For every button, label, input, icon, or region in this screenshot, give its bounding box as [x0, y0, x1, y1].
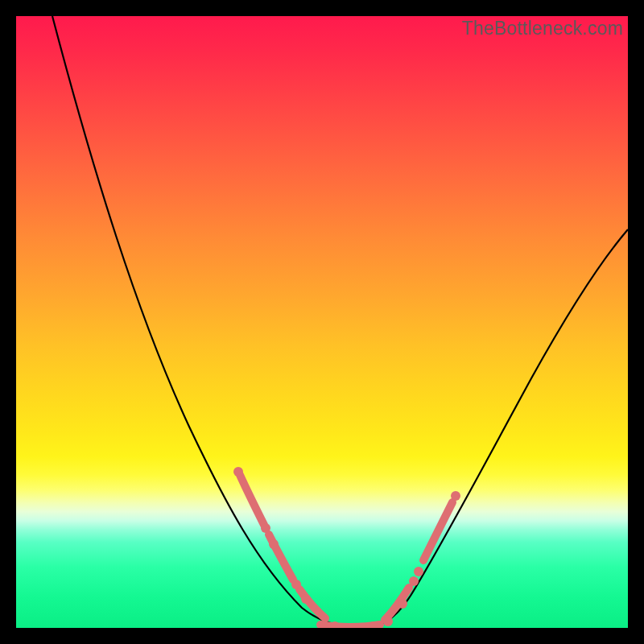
bead-dot	[409, 576, 419, 586]
bead-dot	[398, 599, 407, 609]
chart-svg	[16, 16, 628, 628]
bead-dot	[233, 467, 243, 477]
bead-dot	[451, 491, 460, 501]
chart-frame: TheBottleneck.com	[16, 16, 628, 628]
bead-dot	[301, 594, 311, 604]
curve-right-branch	[362, 229, 628, 627]
curve-left-branch	[52, 16, 362, 627]
bead-dot	[261, 523, 270, 533]
bead-dot	[383, 617, 393, 626]
bead-segment-left-upper	[240, 475, 264, 525]
bead-segment-left-low	[299, 589, 325, 618]
bead-dot	[291, 580, 301, 589]
bead-dot	[414, 567, 423, 576]
bead-dot	[269, 539, 279, 549]
